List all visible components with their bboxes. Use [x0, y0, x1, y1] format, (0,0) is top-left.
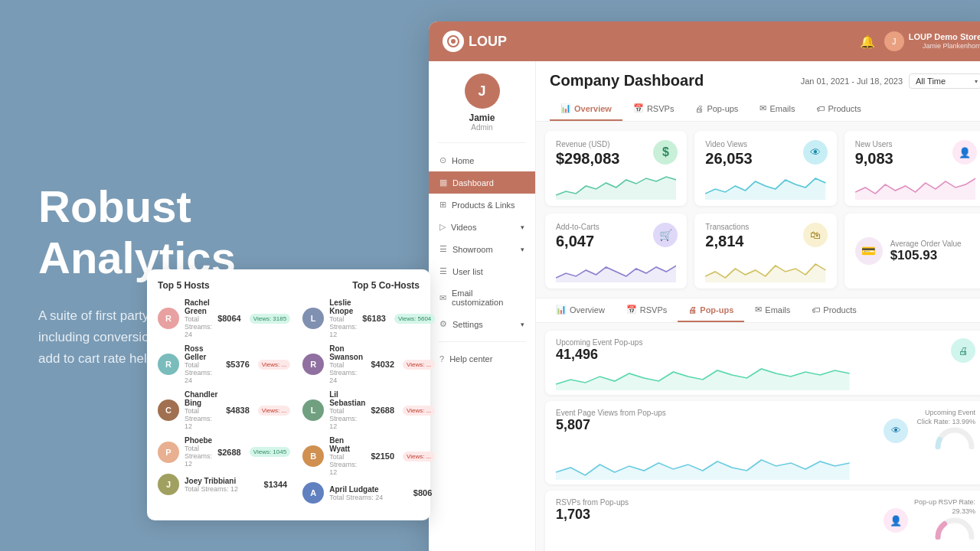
host-streams-chandler: Total Streams: 12 [185, 407, 220, 430]
host-row-2: R Ross Geller Total Streams: 24 $5376 Vi… [158, 344, 290, 384]
cohost-info-ben: Ben Wyatt Total Streams: 12 [329, 436, 365, 476]
cohost-revenue-ron: $4032 [371, 360, 394, 369]
settings-chevron-icon: ▾ [521, 321, 524, 328]
popup-upcoming-sparkline [556, 366, 850, 390]
dashboard-wrapper: LOUP 🔔 J LOUP Demo Store Jamie Plankenho… [429, 21, 980, 551]
content-area: J Jamie Admin ⊙ Home ▦ Dashboard ⊞ Produ… [429, 61, 980, 551]
aov-label: Average Order Value [890, 240, 962, 248]
notification-bell-icon[interactable]: 🔔 [860, 34, 875, 49]
host-info-ross: Ross Geller Total Streams: 24 [185, 344, 220, 384]
host-avatar-ross: R [158, 354, 179, 375]
topbar-logo: LOUP [443, 31, 507, 52]
host-avatar-rachel: R [158, 308, 179, 329]
tab-products[interactable]: 🏷 Products [805, 97, 871, 121]
popup-rsvps-info: RSVPs from Pop-ups 1,703 [556, 498, 629, 523]
user-info: LOUP Demo Store Jamie Plankenhorn [909, 31, 980, 51]
overlay-hosts-card: Top 5 Hosts Top 5 Co-Hosts R Rachel Gree… [147, 269, 430, 520]
popup-pageviews-gauge-label: Upcoming Event Click Rate: 13.99% [914, 409, 975, 452]
popup-pageviews-row: Event Page Views from Pop-ups 5,807 👁 Up… [556, 409, 975, 452]
tab-rsvps-label: RSVPs [647, 104, 674, 113]
cohost-row-2: R Ron Swanson Total Streams: 24 $4032 Vi… [302, 344, 435, 384]
host-revenue-ross: $5376 [226, 360, 250, 369]
dashboard-icon: ▦ [439, 178, 447, 187]
tab2-products[interactable]: 🏷 Products [801, 298, 867, 322]
tab2-emails-icon: ✉ [755, 305, 762, 315]
sidebar-item-help[interactable]: ? Help center [429, 348, 535, 370]
metric-card-transactions: Transactions 2,814 🛍 [694, 214, 836, 289]
tab-rsvps[interactable]: 📅 RSVPs [622, 97, 684, 121]
sidebar-label-settings: Settings [452, 320, 515, 329]
sidebar-item-products-links[interactable]: ⊞ Products & Links [429, 194, 535, 216]
tab2-overview-icon: 📊 [556, 305, 567, 315]
popup-metric-upcoming: Upcoming Event Pop-ups 41,496 🖨 [545, 331, 980, 395]
gauge-chart-rsvps [934, 517, 975, 540]
popup-pageviews-right: 👁 Upcoming Event Click Rate: 13.99% [884, 409, 975, 452]
hosts-column: R Rachel Green Total Streams: 24 $8064 V… [158, 298, 290, 510]
host-badge-phoebe: Views: 1045 [250, 447, 290, 457]
popup-pageviews-eye-icon: 👁 [884, 419, 908, 443]
tab-emails[interactable]: ✉ Emails [749, 97, 805, 121]
host-row-5: J Joey Tribbiani Total Streams: 12 $1344 [158, 474, 290, 495]
cohost-name-lil: Lil Sebastian [329, 390, 365, 407]
sidebar-label-dashboard: Dashboard [452, 178, 524, 187]
tab2-rsvps-icon: 📅 [626, 305, 637, 315]
tab-popups[interactable]: 🖨 Pop-ups [684, 97, 749, 121]
sidebar-item-dashboard[interactable]: ▦ Dashboard [429, 171, 535, 194]
popup-upcoming-printer-icon: 🖨 [951, 338, 975, 363]
tab2-overview[interactable]: 📊 Overview [545, 298, 616, 322]
topbar-user: J LOUP Demo Store Jamie Plankenhorn [884, 31, 980, 51]
sidebar-item-settings[interactable]: ⚙ Settings ▾ [429, 313, 535, 335]
tab2-products-icon: 🏷 [812, 305, 820, 315]
popup-metric-rsvps: RSVPs from Pop-ups 1,703 👤 Pop-up RSVP R… [545, 491, 980, 551]
sidebar-item-videos[interactable]: ▷ Videos ▾ [429, 216, 535, 238]
time-range-dropdown[interactable]: All Time Last 30 Days Last 7 Days [909, 73, 980, 89]
sidebar-item-showroom[interactable]: ☰ Showroom ▾ [429, 238, 535, 260]
sidebar-item-email-customization[interactable]: ✉ Email customization [429, 282, 535, 313]
dashboard-tabs: 📊 Overview 📅 RSVPs 🖨 Pop-ups ✉ Emails [550, 97, 980, 121]
tab-products-label: Products [828, 104, 861, 113]
user-full-name: Jamie Plankenhorn [909, 42, 980, 51]
popup-upcoming-value: 41,496 [556, 347, 642, 363]
host-streams-phoebe: Total Streams: 12 [185, 445, 212, 468]
topbar-right: 🔔 J LOUP Demo Store Jamie Plankenhorn [860, 31, 980, 51]
cohost-avatar-ben: B [302, 445, 324, 467]
sidebar-avatar: J [465, 73, 500, 109]
dashboard-title: Company Dashboard [550, 72, 704, 90]
sidebar: J Jamie Admin ⊙ Home ▦ Dashboard ⊞ Produ… [429, 61, 536, 551]
popup-rsvps-user-icon: 👤 [884, 508, 908, 533]
tab-overview[interactable]: 📊 Overview [550, 97, 622, 121]
host-revenue-phoebe: $2688 [217, 448, 241, 457]
tab2-rsvps-label: RSVPs [640, 305, 667, 315]
top-cohosts-title: Top 5 Co-Hosts [352, 280, 420, 291]
tab2-popups-icon: 🖨 [688, 305, 697, 315]
host-info-phoebe: Phoebe Total Streams: 12 [185, 436, 212, 468]
tab2-rsvps[interactable]: 📅 RSVPs [616, 298, 678, 322]
add-to-carts-sparkline [556, 255, 676, 282]
host-badge-ross: Views: ... [258, 360, 290, 370]
cohost-streams-april: Total Streams: 24 [329, 494, 408, 501]
videos-chevron-icon: ▾ [521, 223, 524, 231]
host-name-chandler: Chandler Bing [185, 390, 220, 407]
logo-icon [443, 31, 464, 52]
host-streams-rachel: Total Streams: 24 [185, 315, 212, 338]
metrics-grid: Revenue (USD) $298,083 $ Video Views [536, 122, 980, 298]
popup-metric-page-views: Event Page Views from Pop-ups 5,807 👁 Up… [545, 401, 980, 484]
host-name-rachel: Rachel Green [185, 298, 212, 315]
host-avatar-phoebe: P [158, 442, 179, 463]
popup-upcoming-label: Upcoming Event Pop-ups [556, 338, 642, 347]
sidebar-item-user-list[interactable]: ☰ User list [429, 260, 535, 282]
tab2-popups[interactable]: 🖨 Pop-ups [678, 298, 744, 322]
sidebar-label-showroom: Showroom [452, 245, 515, 254]
tab2-emails-label: Emails [765, 305, 790, 315]
tab2-emails[interactable]: ✉ Emails [744, 298, 801, 322]
aov-info: Average Order Value $105.93 [890, 240, 962, 263]
videos-icon: ▷ [439, 222, 446, 232]
cohost-revenue-lil: $2688 [371, 406, 394, 415]
sidebar-user-name: Jamie [429, 112, 535, 123]
cohost-row-1: L Leslie Knope Total Streams: 12 $6183 V… [302, 298, 435, 338]
products-tag-icon: 🏷 [816, 104, 825, 113]
host-row-3: C Chandler Bing Total Streams: 12 $4838 … [158, 390, 290, 430]
emails-envelope-icon: ✉ [760, 103, 766, 113]
sidebar-item-home[interactable]: ⊙ Home [429, 149, 535, 171]
cohost-avatar-ron: R [302, 354, 324, 375]
